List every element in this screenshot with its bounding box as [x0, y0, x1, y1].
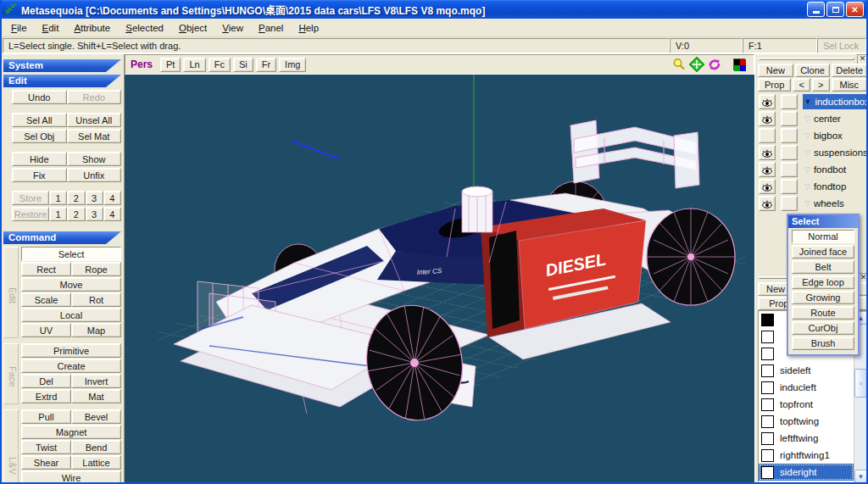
select-mode-belt[interactable]: Belt — [792, 260, 854, 274]
menu-help[interactable]: Help — [291, 20, 326, 36]
si-toggle-button[interactable]: Si — [233, 58, 253, 72]
sel-all-button[interactable]: Sel All — [12, 113, 67, 127]
select-mode-edge-loop[interactable]: Edge loop — [792, 275, 854, 289]
object-new-button[interactable]: New — [758, 64, 793, 77]
local-tool-button[interactable]: Local — [21, 308, 121, 322]
extrd-button[interactable]: Extrd — [21, 389, 71, 403]
lock-toggle[interactable] — [781, 196, 798, 211]
color-quad-icon[interactable] — [733, 58, 745, 70]
pan-icon[interactable] — [689, 57, 704, 72]
expand-triangle-icon[interactable]: ▽ — [804, 148, 810, 157]
close-button[interactable]: ✕ — [846, 2, 864, 17]
primitive-button[interactable]: Primitive — [21, 343, 121, 358]
menu-panel[interactable]: Panel — [251, 20, 291, 36]
invert-button[interactable]: Invert — [71, 374, 121, 388]
bend-button[interactable]: Bend — [71, 440, 121, 454]
magnet-button[interactable]: Magnet — [21, 425, 121, 439]
visibility-eye-icon[interactable] — [759, 162, 776, 177]
system-panel-header[interactable]: System — [3, 59, 121, 72]
show-button[interactable]: Show — [67, 152, 122, 166]
scale-tool-button[interactable]: Scale — [21, 292, 71, 307]
material-row[interactable]: leftftwing — [759, 430, 854, 447]
sel-obj-button[interactable]: Sel Obj — [12, 129, 67, 143]
bevel-button[interactable]: Bevel — [71, 409, 121, 424]
undo-button[interactable]: Undo — [12, 90, 67, 104]
object-row[interactable]: ▽center — [755, 110, 868, 127]
expand-triangle-icon[interactable]: ▽ — [804, 131, 810, 140]
rect-tool-button[interactable]: Rect — [21, 262, 71, 276]
image-toggle-button[interactable]: Img — [279, 58, 306, 72]
select-tool-button[interactable]: Select — [21, 247, 121, 261]
unsel-all-button[interactable]: Unsel All — [67, 113, 122, 127]
title-bar[interactable]: Metasequoia [C:\Documents and Settings\H… — [2, 0, 866, 19]
lock-toggle[interactable] — [781, 94, 798, 109]
menu-object[interactable]: Object — [171, 20, 214, 36]
minimize-button[interactable] — [807, 2, 825, 17]
select-mode-curobj[interactable]: CurObj — [792, 321, 854, 335]
material-row[interactable]: topftwing — [759, 413, 854, 430]
unfix-button[interactable]: Unfix — [67, 168, 122, 182]
object-prev-button[interactable]: < — [793, 78, 810, 92]
twist-button[interactable]: Twist — [21, 440, 71, 454]
object-row[interactable]: ▽fondtop — [755, 178, 868, 195]
move-tool-button[interactable]: Move — [21, 277, 121, 292]
visibility-eye-icon[interactable] — [759, 145, 776, 160]
create-button[interactable]: Create — [21, 359, 121, 373]
lattice-button[interactable]: Lattice — [71, 455, 121, 470]
store-slot-1[interactable]: 1 — [49, 191, 67, 205]
object-row[interactable]: ▽fondbot — [755, 161, 868, 178]
menu-view[interactable]: View — [214, 20, 251, 36]
select-mode-growing[interactable]: Growing — [792, 291, 854, 304]
restore-slot-3[interactable]: 3 — [86, 207, 103, 221]
object-panel-grip[interactable] — [759, 58, 854, 60]
store-slot-2[interactable]: 2 — [67, 191, 85, 205]
restore-slot-4[interactable]: 4 — [103, 207, 121, 221]
scroll-thumb[interactable]: ≡ — [854, 369, 867, 398]
edit-panel-header[interactable]: Edit — [3, 75, 121, 87]
points-toggle-button[interactable]: Pt — [160, 58, 181, 72]
lock-toggle[interactable] — [781, 145, 798, 160]
material-row[interactable]: sideleft — [759, 362, 854, 379]
visibility-eye-icon[interactable] — [759, 94, 776, 109]
frame-toggle-button[interactable]: Fr — [256, 58, 276, 72]
scroll-down-icon[interactable]: ▼ — [854, 470, 867, 483]
select-mode-brush[interactable]: Brush — [792, 337, 854, 350]
mat-button[interactable]: Mat — [71, 389, 121, 403]
material-row[interactable]: rightftwing1 — [759, 447, 854, 464]
visibility-eye-icon[interactable] — [759, 179, 776, 194]
menu-file[interactable]: File — [3, 20, 35, 36]
object-row[interactable]: ▽bigbox — [755, 127, 868, 144]
visibility-off-toggle[interactable] — [759, 128, 776, 143]
expand-triangle-icon[interactable]: ▽ — [804, 182, 810, 191]
object-panel-close-icon[interactable]: ✕ — [857, 54, 868, 64]
restore-button[interactable]: Restore — [12, 207, 49, 221]
faces-toggle-button[interactable]: Fc — [209, 58, 231, 72]
material-row[interactable]: topfront — [759, 396, 854, 413]
object-misc-button[interactable]: Misc — [832, 78, 867, 92]
restore-slot-2[interactable]: 2 — [67, 207, 85, 221]
object-next-button[interactable]: > — [812, 78, 830, 92]
object-row[interactable]: ▽wheels — [755, 195, 868, 212]
restore-slot-1[interactable]: 1 — [49, 207, 67, 221]
select-mode-normal[interactable]: Normal — [792, 230, 854, 243]
menu-edit[interactable]: Edit — [35, 20, 67, 36]
pull-button[interactable]: Pull — [21, 409, 71, 424]
zoom-icon[interactable] — [671, 57, 687, 72]
lines-toggle-button[interactable]: Ln — [183, 58, 205, 72]
del-button[interactable]: Del — [21, 374, 71, 388]
wire-button[interactable]: Wire — [21, 470, 121, 484]
rotate-icon[interactable] — [707, 57, 722, 72]
shear-button[interactable]: Shear — [21, 455, 71, 470]
expand-triangle-icon[interactable]: ▽ — [804, 199, 810, 208]
select-mode-route[interactable]: Route — [792, 306, 854, 320]
select-mode-joined-face[interactable]: Joined face — [792, 245, 854, 259]
lock-toggle[interactable] — [781, 128, 798, 143]
visibility-eye-icon[interactable] — [759, 196, 776, 211]
lock-toggle[interactable] — [781, 111, 798, 126]
object-row[interactable]: ▼inductionbox — [755, 93, 868, 110]
material-row[interactable]: inducleft — [759, 379, 854, 396]
command-panel-header[interactable]: Command — [3, 231, 121, 244]
visibility-eye-icon[interactable] — [759, 111, 776, 126]
expand-triangle-icon[interactable]: ▽ — [804, 114, 810, 123]
fix-button[interactable]: Fix — [12, 168, 67, 182]
